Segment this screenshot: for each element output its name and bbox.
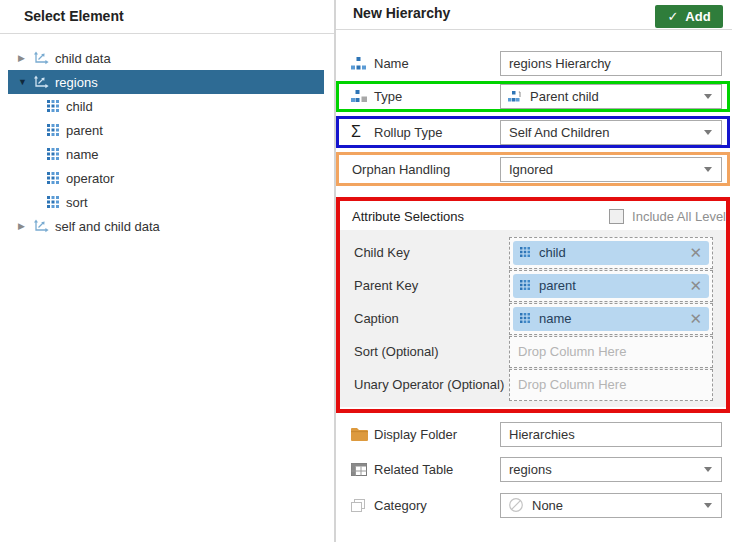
category-label: Category [371,498,500,513]
table-icon [32,219,49,233]
tree-item-label: name [66,147,99,162]
table-icon [32,75,49,89]
attribute-rows-panel: Child Key child Parent Key [340,230,726,407]
orphan-handling-dropdown[interactable]: Ignored [500,157,722,182]
tree-item-child-data[interactable]: child data [0,46,334,70]
tree-item-regions[interactable]: regions [8,70,324,94]
dropdown-caret-icon [704,467,712,472]
display-folder-input[interactable] [500,422,722,447]
sigma-icon [351,123,371,141]
include-all-level-checkbox[interactable] [609,209,624,224]
name-label: Name [371,56,500,71]
left-panel-title: Select Element [0,0,334,34]
type-value: Parent child [522,89,599,104]
pages-icon [351,499,371,512]
display-folder-label: Display Folder [371,427,500,442]
tree-item-sort[interactable]: sort [0,190,334,214]
attribute-selections-header: Attribute Selections Include All Level [340,201,726,228]
rollup-type-label: Rollup Type [371,125,500,140]
related-table-value: regions [501,462,552,477]
hierarchy-icon [351,57,371,70]
related-table-row: Related Table regions [336,456,730,482]
unary-operator-label: Unary Operator (Optional) [340,377,509,392]
table-grid-icon [351,463,371,476]
caption-drop-zone[interactable]: name [509,303,713,335]
dropdown-caret-icon [704,130,712,135]
dropdown-caret-icon [704,94,712,99]
parent-key-label: Parent Key [340,278,509,293]
parent-key-drop-zone[interactable]: parent [509,270,713,302]
hierarchy-editor: Select Element child data regions [0,0,732,542]
new-hierarchy-panel: New Hierarchy Add Name Type Parent c [336,0,732,542]
drop-placeholder: Drop Column Here [510,344,626,359]
tree-item-label: sort [66,195,88,210]
unary-operator-drop-zone[interactable]: Drop Column Here [509,369,713,401]
parent-key-row: Parent Key parent [340,269,726,302]
tree-item-name[interactable]: name [0,142,334,166]
check-icon [667,9,678,24]
column-icon [520,247,532,259]
chip-label: parent [532,278,576,293]
folder-icon [351,427,371,441]
select-element-panel: Select Element child data regions [0,0,334,542]
attribute-selections-section: Attribute Selections Include All Level C… [336,197,730,413]
page-title: New Hierarchy [353,5,450,21]
table-icon [32,51,49,65]
tree-item-label: self and child data [55,219,160,234]
add-button-label: Add [685,9,710,24]
unary-operator-row: Unary Operator (Optional) Drop Column He… [340,368,726,401]
chevron-right-icon[interactable] [18,53,32,63]
category-value: None [524,498,563,513]
rollup-type-value: Self And Children [501,125,609,140]
chevron-right-icon[interactable] [18,221,32,231]
tree-item-label: parent [66,123,103,138]
child-key-label: Child Key [340,245,509,260]
none-icon [508,497,524,513]
display-folder-row: Display Folder [336,421,730,447]
tree-item-operator[interactable]: operator [0,166,334,190]
remove-icon[interactable] [689,245,702,260]
related-table-label: Related Table [371,462,500,477]
rollup-type-dropdown[interactable]: Self And Children [500,120,722,145]
caption-label: Caption [340,311,509,326]
hierarchy-type-icon [351,90,371,103]
category-dropdown[interactable]: None [500,493,722,518]
orphan-handling-value: Ignored [501,162,553,177]
tree-item-label: operator [66,171,114,186]
column-icon [520,280,532,292]
chip-label: name [532,311,572,326]
tree-item-label: child data [55,51,111,66]
child-key-row: Child Key child [340,236,726,269]
parent-key-chip[interactable]: parent [513,274,709,298]
category-row: Category None [336,491,730,519]
attribute-selections-title: Attribute Selections [352,209,609,224]
tree-item-self-and-child-data[interactable]: self and child data [0,214,334,238]
caption-chip[interactable]: name [513,307,709,331]
remove-icon[interactable] [689,311,702,326]
caption-row: Caption name [340,302,726,335]
column-icon [47,148,59,160]
chip-label: child [532,245,566,260]
dropdown-caret-icon [704,503,712,508]
add-button[interactable]: Add [655,5,723,28]
name-row: Name [336,50,730,76]
chevron-down-icon[interactable] [18,77,32,87]
type-label: Type [371,89,500,104]
drop-placeholder: Drop Column Here [510,377,626,392]
related-table-dropdown[interactable]: regions [500,457,722,482]
name-input[interactable] [500,51,722,76]
type-dropdown[interactable]: Parent child [500,84,722,109]
tree-item-label: regions [55,75,98,90]
column-icon [47,100,59,112]
sort-drop-zone[interactable]: Drop Column Here [509,336,713,368]
type-row-highlight: Type Parent child [336,81,730,112]
tree-item-child[interactable]: child [0,94,334,118]
orphan-row-highlight: Orphan Handling Ignored [336,152,730,186]
child-key-chip[interactable]: child [513,241,709,265]
orphan-handling-label: Orphan Handling [339,162,500,177]
child-key-drop-zone[interactable]: child [509,237,713,269]
element-tree: child data regions child parent [0,34,334,238]
column-icon [47,172,59,184]
remove-icon[interactable] [689,278,702,293]
tree-item-parent[interactable]: parent [0,118,334,142]
